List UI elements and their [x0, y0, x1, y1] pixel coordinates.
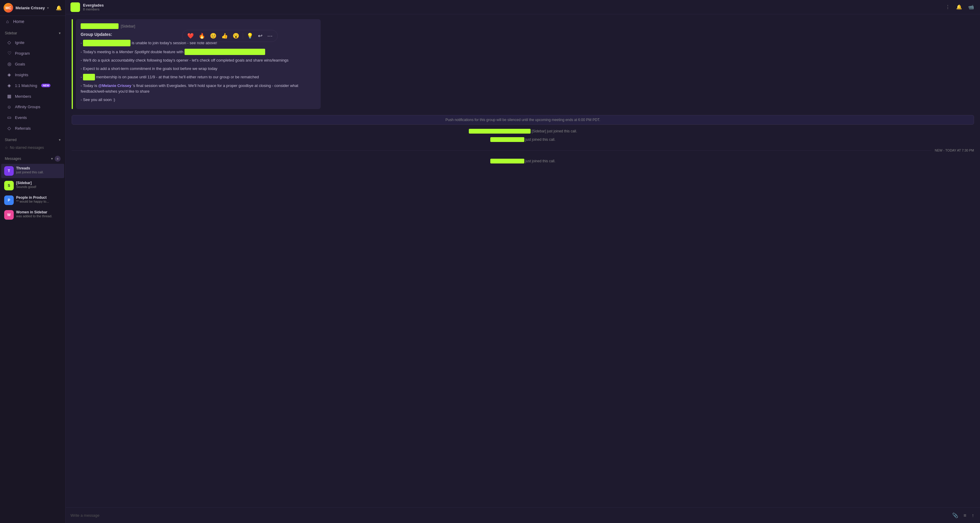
affinity-icon: ☺ — [6, 104, 12, 109]
mention: @Melanie Crissey — [98, 83, 131, 88]
matching-icon: ◈ — [6, 83, 12, 88]
chevron-icon: ▾ — [51, 156, 53, 161]
starred-section-toggle[interactable]: Starred ▾ — [0, 134, 65, 144]
sidebar-item-label: Referrals — [15, 126, 31, 131]
reaction-thumbsup[interactable]: 👍 — [220, 32, 229, 40]
members-icon: ▦ — [6, 94, 12, 99]
more-options-button[interactable]: ⋮ — [944, 3, 951, 11]
thread-avatar: T — [4, 166, 14, 176]
divider-label: NEW - TODAY AT 7:30 PM — [935, 148, 974, 152]
sidebar-item-label: Home — [13, 19, 24, 24]
avatar: MC — [3, 3, 13, 13]
list-item[interactable]: W Women in Sidebar was added to the thre… — [1, 208, 64, 222]
reaction-more[interactable]: ⋯ — [266, 32, 274, 40]
chevron-icon: ▾ — [59, 31, 60, 35]
group-avatar — [70, 2, 80, 12]
sidebar-section-toggle[interactable]: Sidebar ▾ — [0, 27, 65, 37]
sidebar-item-matching[interactable]: ◈ 1:1 Matching NEW — [2, 80, 64, 91]
message-line-5: - ███ membership is on pause until 11/9 … — [81, 74, 316, 80]
group-info: Everglades 8 members — [70, 2, 103, 12]
top-bar: Everglades 8 members ⋮ 🔔 📹 — [66, 0, 980, 14]
group-members: 8 members — [83, 8, 103, 11]
referrals-icon: ◇ — [6, 126, 12, 131]
video-button[interactable]: 📹 — [967, 3, 975, 11]
reaction-bulb[interactable]: 💡 — [245, 32, 255, 40]
reaction-divider — [243, 33, 243, 39]
sidebar-item-label: Goals — [15, 62, 25, 66]
reaction-surprised[interactable]: 😮 — [231, 32, 240, 40]
home-icon: ⌂ — [5, 19, 10, 24]
reaction-reply[interactable]: ↩ — [257, 32, 264, 40]
sidebar: MC Melanie Crissey ▾ 🔔 ⌂ Home Sidebar ▾ … — [0, 0, 66, 523]
message-line-7: - See you all soon :) — [81, 97, 316, 103]
sender-tag: [Sidebar] — [121, 24, 135, 29]
reaction-toolbar: ❤️ 🔥 😊 👍 😮 💡 ↩ ⋯ — [182, 30, 278, 42]
notification-button[interactable]: 🔔 — [955, 3, 963, 11]
sidebar-item-goals[interactable]: ◎ Goals — [2, 59, 64, 69]
attachment-button[interactable]: 📎 — [951, 511, 959, 520]
sidebar-item-label: Affinity Groups — [15, 105, 40, 109]
sidebar-item-insights[interactable]: ◈ Insights — [2, 70, 64, 80]
message-line-6: - Today is @Melanie Crissey 's final ses… — [81, 83, 316, 94]
messages-section-header[interactable]: Messages ▾ + — [0, 151, 65, 163]
sidebar-item-label: Insights — [15, 73, 29, 77]
join-message-3: ████████████ just joined this call. — [72, 159, 974, 163]
thread-avatar: W — [4, 210, 14, 220]
reaction-heart[interactable]: ❤️ — [186, 32, 195, 40]
sidebar-item-label: Program — [15, 51, 30, 56]
sidebar-item-referrals[interactable]: ◇ Referrals — [2, 123, 64, 133]
thread-preview: Sounds good! — [16, 185, 61, 188]
no-starred-messages: ☆ No starred messages — [0, 144, 65, 151]
reaction-smile[interactable]: 😊 — [209, 32, 218, 40]
message-list: T Threads just joined this call. S [Side… — [0, 163, 65, 523]
new-message-button[interactable]: + — [55, 156, 60, 162]
chevron-icon: ▾ — [59, 138, 60, 142]
list-item[interactable]: T Threads just joined this call. — [1, 164, 64, 178]
sidebar-item-label: Events — [15, 115, 27, 120]
redacted-join-name-2: ████████████ — [490, 137, 524, 142]
sidebar-item-events[interactable]: ▭ Events — [2, 112, 64, 123]
divider-bar — [72, 150, 931, 151]
message-input[interactable] — [70, 512, 948, 519]
user-info[interactable]: MC Melanie Crissey ▾ — [3, 3, 49, 13]
sidebar-item-affinity-groups[interactable]: ☺ Affinity Groups — [2, 102, 64, 112]
thread-preview: just joined this call. — [16, 171, 61, 174]
format-button[interactable]: ≡ — [963, 512, 967, 520]
sender-name-redacted: ████████████ — [81, 23, 119, 29]
new-message-divider: NEW - TODAY AT 7:30 PM — [72, 148, 974, 152]
user-name: Melanie Crissey — [16, 6, 45, 10]
list-item[interactable]: S [Sidebar] Sounds good! — [1, 179, 64, 193]
program-icon: ♡ — [6, 51, 12, 56]
send-button[interactable]: ↑ — [970, 512, 975, 520]
sidebar-item-label: Members — [15, 94, 31, 99]
sidebar-item-label: 1:1 Matching — [15, 83, 37, 88]
thread-preview: was added to the thread. — [16, 214, 61, 218]
sidebar-item-home[interactable]: ⌂ Home — [0, 16, 65, 27]
notification-bell-icon[interactable]: 🔔 — [56, 5, 62, 11]
sidebar-item-program[interactable]: ♡ Program — [2, 48, 64, 58]
group-name: Everglades — [83, 3, 103, 8]
sidebar-item-members[interactable]: ▦ Members — [2, 91, 64, 101]
list-item[interactable]: P People in Product ** would be happy to… — [1, 193, 64, 207]
thread-name: [Sidebar] — [16, 181, 61, 185]
reaction-fire[interactable]: 🔥 — [197, 32, 206, 40]
message-accent — [72, 19, 73, 109]
main-content: Everglades 8 members ⋮ 🔔 📹 ❤️ 🔥 😊 👍 😮 💡 … — [66, 0, 980, 523]
message-line-4: - Expect to add a short-term commitment … — [81, 66, 316, 72]
thread-name: Women in Sidebar — [16, 210, 61, 214]
thread-avatar: S — [4, 181, 14, 190]
events-icon: ▭ — [6, 115, 12, 120]
thread-name: Threads — [16, 166, 61, 171]
sidebar-item-ignite[interactable]: ◇ Ignite — [2, 37, 64, 48]
redacted-name-2: ████████████████████████████ — [185, 49, 265, 55]
insights-icon: ◈ — [6, 72, 12, 77]
new-badge: NEW — [41, 84, 51, 87]
star-icon: ☆ — [5, 145, 8, 150]
notification-bar: Push notifications for this group will b… — [72, 115, 974, 124]
redacted-join-name-1: ███████████████████████ — [469, 129, 531, 134]
thread-name: People in Product — [16, 195, 61, 199]
redacted-name-1: ████████████████ — [83, 40, 130, 46]
chat-area: ████████████ [Sidebar] Group Updates: - … — [66, 14, 980, 507]
top-bar-actions: ⋮ 🔔 📹 — [944, 3, 975, 11]
message-line-2: - Today's meeting is a Member Spotlight … — [81, 49, 316, 55]
